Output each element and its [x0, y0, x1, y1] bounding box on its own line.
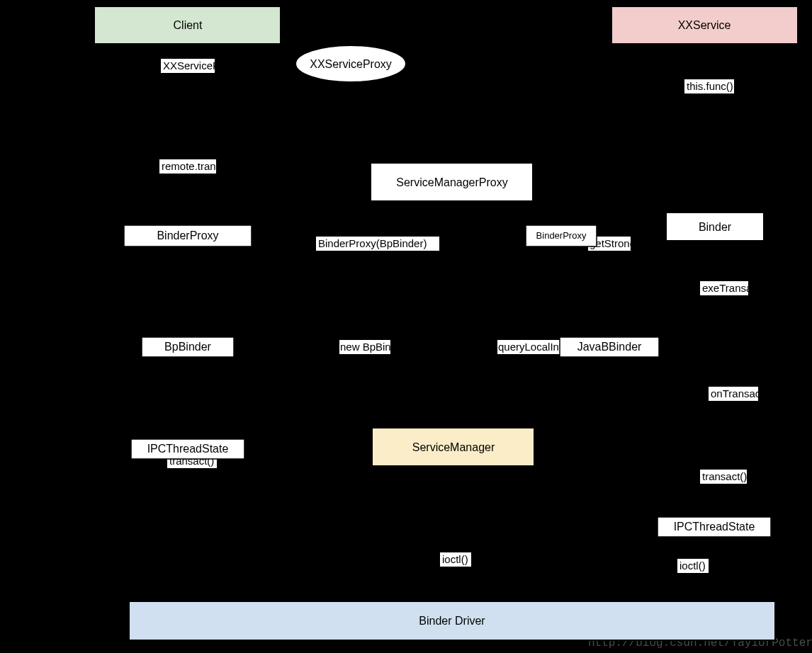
edge-sm-javab: [531, 354, 565, 432]
edges-group: [188, 28, 796, 601]
lbl-javab-binder: onTransact(): [709, 387, 770, 401]
edge-sm-bpbinder: [235, 352, 374, 450]
node-bpbinder: BpBinder: [142, 337, 234, 357]
svg-text:ServiceManagerProxy: ServiceManagerProxy: [396, 176, 507, 188]
node-ipcthreadstate-right: IPCThreadState: [658, 517, 771, 537]
edge-smp-bpmid: [453, 201, 530, 235]
svg-text:XXServiceProxy: XXServiceProxy: [310, 58, 392, 70]
lbl-getstrong: getStrongBinder: [588, 237, 666, 251]
lbl-ipc-driver-r: ioctl(): [677, 559, 709, 573]
svg-text:Client: Client: [174, 19, 203, 31]
lbl-binder-xxservice: exeTransact(): [700, 281, 767, 295]
svg-text:ioctl(): ioctl(): [680, 560, 706, 572]
svg-text:IPCThreadState: IPCThreadState: [147, 443, 229, 455]
svg-text:transact(): transact(): [702, 470, 747, 482]
lbl-proxy-top: remote.transact(): [159, 159, 242, 174]
svg-text:this.func(): this.func(): [687, 80, 733, 92]
lbl-bpmid: BinderProxy(BpBinder): [316, 237, 439, 251]
svg-text:JavaBBinder: JavaBBinder: [577, 341, 642, 353]
node-servicemanagerproxy: ServiceManagerProxy: [371, 163, 533, 201]
svg-text:IPCThreadState: IPCThreadState: [674, 521, 755, 533]
node-client: Client: [94, 6, 281, 44]
svg-text:BpBinder: BpBinder: [164, 341, 211, 353]
svg-text:BinderProxy: BinderProxy: [157, 229, 218, 242]
edge-bpmid-binder: [592, 230, 666, 237]
lbl-ipc-driver-l: ioctl(): [440, 552, 471, 567]
svg-text:BinderProxy: BinderProxy: [536, 230, 587, 241]
svg-text:remote.transact(): remote.transact(): [162, 160, 242, 172]
diagram-canvas: http://blog.csdn.net/TaylorPotter: [0, 0, 812, 653]
svg-text:new BpBinder(handle): new BpBinder(handle): [340, 341, 445, 353]
edge-labels: XXServiceProxy.func() remote.transact() …: [159, 59, 770, 573]
lbl-new-bpbinder: new BpBinder(handle): [339, 340, 445, 354]
lbl-xxservice-self: this.func(): [684, 79, 734, 93]
svg-text:ServiceManager: ServiceManager: [412, 441, 495, 453]
node-xxserviceproxy: XXServiceProxy: [295, 45, 406, 82]
svg-text:XXServiceProxy.func(): XXServiceProxy.func(): [163, 59, 269, 72]
svg-text:onTransact(): onTransact(): [711, 387, 770, 399]
svg-text:ioctl(): ioctl(): [442, 553, 468, 565]
svg-text:exeTransact(): exeTransact(): [702, 282, 767, 294]
node-binderproxy-mid: BinderProxy: [526, 225, 597, 246]
node-xxservice: XXService: [611, 6, 798, 44]
svg-text:Binder Driver: Binder Driver: [419, 615, 485, 627]
lbl-ipcR-javab: transact(): [700, 470, 747, 484]
svg-text:getStrongBinder: getStrongBinder: [590, 237, 666, 249]
svg-text:Binder: Binder: [699, 221, 732, 233]
node-binder: Binder: [666, 212, 764, 241]
edge-binder-xxservice: [704, 44, 714, 218]
edge-javab-binder: [648, 241, 701, 337]
edge-ipcR-javab: [616, 358, 687, 517]
node-ipcthreadstate-left: IPCThreadState: [131, 439, 244, 459]
lbl-client-proxy: XXServiceProxy.func(): [161, 59, 269, 73]
node-javabbinder: JavaBBinder: [560, 337, 659, 357]
node-servicemanager: ServiceManager: [372, 428, 534, 466]
svg-text:BinderProxy(BpBinder): BinderProxy(BpBinder): [318, 237, 427, 249]
node-binderproxy-top: BinderProxy: [124, 225, 252, 246]
svg-text:XXService: XXService: [678, 19, 731, 31]
edge-binderproxy-smp: [254, 195, 373, 235]
node-binderdriver: Binder Driver: [129, 601, 775, 640]
